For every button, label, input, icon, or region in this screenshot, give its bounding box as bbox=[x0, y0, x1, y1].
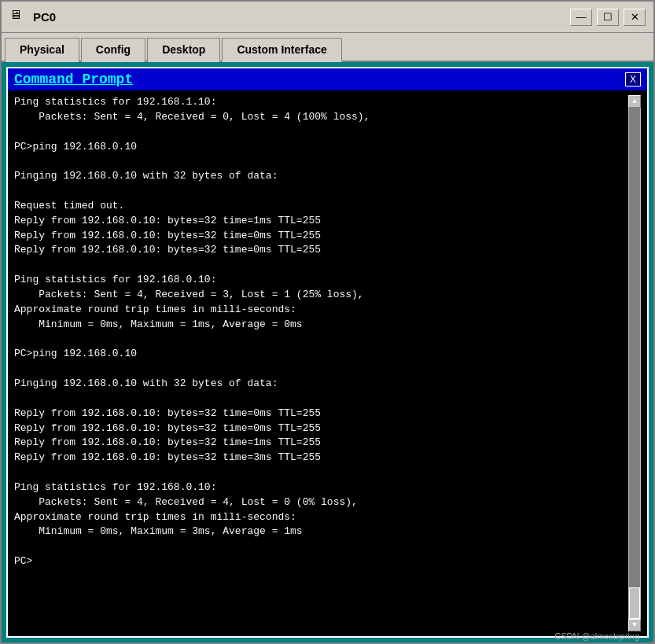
tab-bar: Physical Config Desktop Custom Interface bbox=[2, 33, 653, 62]
cmd-title-bar: Command Prompt X bbox=[8, 68, 647, 90]
scroll-up-button[interactable]: ▲ bbox=[628, 95, 641, 108]
title-bar-left: 🖥 PC0 bbox=[9, 8, 56, 27]
main-content: Command Prompt X Ping statistics for 192… bbox=[2, 62, 653, 642]
main-window: 🖥 PC0 — ☐ ✕ Physical Config Desktop Cust… bbox=[0, 0, 655, 644]
command-prompt-window: Command Prompt X Ping statistics for 192… bbox=[6, 67, 649, 638]
title-controls: — ☐ ✕ bbox=[570, 9, 646, 26]
cmd-title: Command Prompt bbox=[14, 72, 133, 87]
window-title: PC0 bbox=[33, 10, 56, 24]
tab-custom-interface[interactable]: Custom Interface bbox=[222, 38, 341, 62]
app-icon: 🖥 bbox=[9, 8, 28, 27]
watermark: CSDN @almostspring bbox=[554, 631, 639, 641]
cmd-output: Ping statistics for 192.168.1.10: Packet… bbox=[14, 95, 628, 631]
scroll-thumb[interactable] bbox=[629, 587, 640, 619]
title-bar: 🖥 PC0 — ☐ ✕ bbox=[2, 2, 653, 33]
minimize-button[interactable]: — bbox=[570, 9, 592, 26]
cmd-body[interactable]: Ping statistics for 192.168.1.10: Packet… bbox=[8, 90, 647, 636]
scroll-track bbox=[629, 108, 640, 619]
maximize-button[interactable]: ☐ bbox=[597, 9, 619, 26]
scrollbar[interactable]: ▲ ▼ bbox=[628, 95, 641, 631]
tab-desktop[interactable]: Desktop bbox=[147, 38, 220, 62]
cmd-close-button[interactable]: X bbox=[625, 72, 641, 86]
tab-config[interactable]: Config bbox=[81, 38, 145, 62]
close-button[interactable]: ✕ bbox=[624, 9, 646, 26]
scroll-down-button[interactable]: ▼ bbox=[628, 619, 641, 631]
tab-physical[interactable]: Physical bbox=[5, 38, 79, 62]
